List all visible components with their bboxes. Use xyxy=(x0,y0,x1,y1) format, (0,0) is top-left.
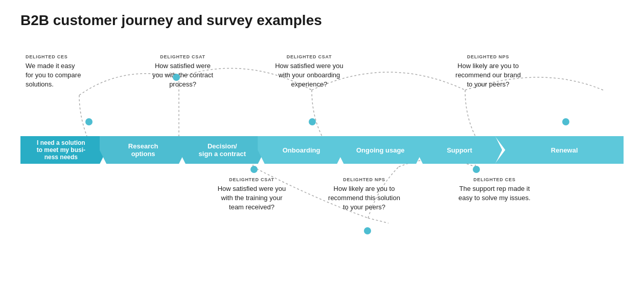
annotation-ces-support: DELIGHTED CES The support rep made iteas… xyxy=(445,177,544,203)
page-title: B2B customer journey and survey examples xyxy=(20,12,624,29)
step2-label: Researchoptions xyxy=(128,142,158,158)
journey-step-2: Researchoptions xyxy=(100,136,186,164)
dot-step1-top xyxy=(85,118,93,125)
step7-label: Renewal xyxy=(551,146,578,154)
annotation-label-ces-support: DELIGHTED CES xyxy=(445,177,544,182)
annotation-csat-1: DELIGHTED CSAT How satisfied wereyou wit… xyxy=(138,54,227,90)
journey-bar: I need a solutionto meet my busi-ness ne… xyxy=(20,136,624,164)
step4-label: Onboarding xyxy=(283,146,320,154)
step5-label: Ongoing usage xyxy=(356,146,405,154)
annotation-csat-training: DELIGHTED CSAT How satisfied were youwit… xyxy=(202,177,302,212)
journey-step-5: Ongoing usage xyxy=(337,136,423,164)
journey-step-4: Onboarding xyxy=(258,136,344,164)
dot-step3-bottom xyxy=(250,166,258,173)
annotation-label-csat-1: DELIGHTED CSAT xyxy=(138,54,227,59)
annotation-label-nps-1: DELIGHTED NPS xyxy=(440,54,537,59)
annotation-nps-solution: DELIGHTED NPS How likely are you torecom… xyxy=(314,177,414,212)
step6-label: Support xyxy=(447,146,472,154)
annotation-text-nps-solution: How likely are you torecommend this solu… xyxy=(314,184,414,212)
journey-step-1: I need a solutionto meet my busi-ness ne… xyxy=(20,136,107,164)
annotation-csat-2: DELIGHTED CSAT How satisfied were youwit… xyxy=(261,54,358,90)
annotation-nps-1: DELIGHTED NPS How likely are you torecom… xyxy=(440,54,537,90)
annotation-label-csat-2: DELIGHTED CSAT xyxy=(261,54,358,59)
annotation-ces-1: DELIGHTED CES We made it easyfor you to … xyxy=(26,54,107,90)
annotation-text-nps-1: How likely are you torecommend our brand… xyxy=(440,61,537,90)
annotation-text-csat-2: How satisfied were youwith your onboardi… xyxy=(261,61,358,90)
journey-step-7: Renewal xyxy=(495,136,624,164)
annotation-text-csat-training: How satisfied were youwith the training … xyxy=(202,184,302,212)
annotation-text-csat-1: How satisfied wereyou with the contractp… xyxy=(138,61,227,90)
annotation-label-csat-training: DELIGHTED CSAT xyxy=(202,177,302,182)
dot-step2-top xyxy=(173,74,180,81)
journey-step-3: Decision/sign a contract xyxy=(178,136,265,164)
annotation-text-ces-support: The support rep made iteasy to solve my … xyxy=(445,184,544,203)
dot-step5-bottom xyxy=(364,227,371,234)
annotation-label-ces-1: DELIGHTED CES xyxy=(26,54,107,59)
step3-label: Decision/sign a contract xyxy=(199,142,246,158)
diagram: DELIGHTED CES We made it easyfor you to … xyxy=(20,39,624,264)
step1-label: I need a solutionto meet my busi-ness ne… xyxy=(37,139,85,161)
page-container: B2B customer journey and survey examples xyxy=(0,0,644,282)
journey-step-6: Support xyxy=(416,136,502,164)
dot-step3-top xyxy=(309,118,316,125)
annotation-text-ces-1: We made it easyfor you to comparesolutio… xyxy=(26,61,107,90)
dot-step6-top xyxy=(562,118,569,125)
dot-step6-bottom xyxy=(473,166,480,173)
annotation-label-nps-solution: DELIGHTED NPS xyxy=(314,177,414,182)
